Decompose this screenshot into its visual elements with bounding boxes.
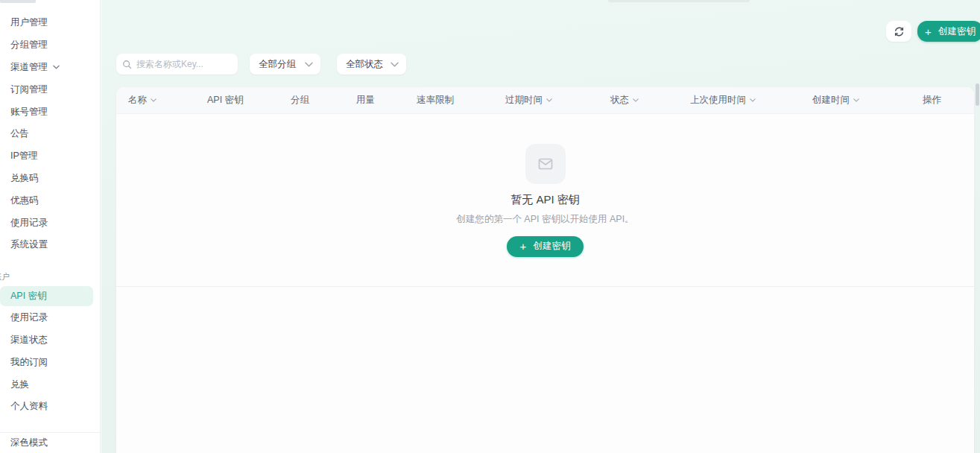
sidebar-item-label: 个人资料: [10, 400, 48, 413]
sort-chevron-icon: [853, 98, 859, 102]
search-input[interactable]: [136, 59, 232, 69]
create-key-button-empty[interactable]: + 创建密钥: [507, 236, 584, 257]
sidebar-item-group-management[interactable]: 分组管理: [0, 34, 100, 57]
column-label: 过期时间: [505, 94, 543, 107]
sidebar-item-label: 渠道状态: [10, 334, 48, 346]
column-label: 创建时间: [812, 94, 850, 107]
sort-chevron-icon: [633, 98, 639, 102]
sidebar-item-api-keys[interactable]: API 密钥: [0, 286, 93, 306]
column-label: API 密钥: [207, 94, 244, 107]
sidebar-item-label: 订阅管理: [10, 83, 48, 96]
sidebar-item-label: 渠道管理: [10, 61, 48, 74]
column-label: 分组: [291, 94, 309, 107]
column-header-actions: 操作: [923, 94, 974, 107]
column-header-usage: 用量: [356, 94, 417, 107]
sort-chevron-icon: [151, 98, 157, 102]
column-label: 上次使用时间: [690, 94, 746, 107]
api-keys-table-card: 名称 API 密钥 分组 用量 速率限制 过期时间 状态: [116, 87, 974, 453]
empty-state-description: 创建您的第一个 API 密钥以开始使用 API。: [456, 213, 633, 226]
dark-mode-label: 深色模式: [10, 437, 48, 449]
sidebar-item-label: 公告: [10, 127, 29, 140]
toolbar: + 创建密钥: [886, 21, 980, 42]
sidebar-item-label: 优惠码: [10, 194, 39, 207]
column-header-expiry-time[interactable]: 过期时间: [505, 94, 610, 107]
sidebar-item-channel-management[interactable]: 渠道管理: [0, 57, 100, 79]
column-label: 用量: [356, 94, 375, 107]
sidebar-item-account-management[interactable]: 账号管理: [0, 101, 100, 123]
main-content: + 创建密钥 全部分组 全部状态 名称: [101, 0, 980, 453]
sidebar-item-system-settings[interactable]: 系统设置: [0, 234, 100, 256]
sidebar-item-label: 分组管理: [10, 39, 48, 51]
create-key-button-top[interactable]: + 创建密钥: [917, 21, 980, 42]
sort-chevron-icon: [546, 98, 552, 102]
sidebar-item-label: 系统设置: [10, 238, 48, 251]
envelope-icon: [537, 155, 554, 173]
sidebar-item-usage-records[interactable]: 使用记录: [0, 307, 100, 329]
group-filter-value: 全部分组: [259, 58, 296, 71]
sidebar-item-label: 账号管理: [10, 106, 48, 118]
column-header-status[interactable]: 状态: [610, 94, 690, 107]
sidebar-item-user-management[interactable]: 用户管理: [0, 12, 100, 34]
column-header-name[interactable]: 名称: [128, 94, 207, 107]
sidebar-item-announcement[interactable]: 公告: [0, 123, 100, 145]
empty-state: 暂无 API 密钥 创建您的第一个 API 密钥以开始使用 API。 + 创建密…: [116, 114, 974, 287]
sidebar-item-redemption-code[interactable]: 兑换码: [0, 168, 100, 190]
search-box: [116, 54, 238, 75]
column-label: 操作: [923, 94, 941, 107]
empty-state-title: 暂无 API 密钥: [510, 193, 580, 207]
sidebar-item-usage-records-admin[interactable]: 使用记录: [0, 212, 100, 234]
plus-icon: +: [925, 26, 932, 37]
chevron-down-icon: [391, 62, 399, 67]
sort-chevron-icon: [750, 98, 756, 102]
vertical-scrollbar-thumb[interactable]: [976, 83, 979, 106]
column-header-api-key: API 密钥: [207, 94, 291, 107]
column-label: 状态: [610, 94, 629, 107]
sidebar-item-subscription-management[interactable]: 订阅管理: [0, 78, 100, 101]
sidebar: 用户管理 分组管理 渠道管理 订阅管理 账号管理 公告 IP管理 兑换码 优惠码…: [0, 0, 101, 453]
refresh-button[interactable]: [886, 21, 911, 42]
refresh-icon: [894, 26, 905, 37]
status-filter-value: 全部状态: [346, 58, 383, 71]
sidebar-item-label: 用户管理: [10, 16, 48, 29]
column-header-group: 分组: [291, 94, 356, 107]
chevron-down-icon: [305, 62, 313, 67]
sidebar-item-redeem[interactable]: 兑换: [0, 373, 100, 396]
sidebar-item-coupon-code[interactable]: 优惠码: [0, 189, 100, 212]
filter-bar: 全部分组 全部状态: [116, 54, 406, 75]
column-label: 名称: [128, 94, 147, 107]
clipped-top-item: [0, 0, 36, 3]
top-edge-decoration: [608, 0, 750, 2]
sidebar-item-ip-management[interactable]: IP管理: [0, 145, 100, 168]
group-filter-select[interactable]: 全部分组: [250, 54, 320, 75]
plus-icon: +: [520, 241, 527, 252]
empty-state-icon-box: [525, 144, 566, 184]
sidebar-item-label: API 密钥: [10, 290, 47, 302]
column-header-rate-limit: 速率限制: [417, 94, 505, 107]
sidebar-item-label: IP管理: [10, 150, 38, 162]
dark-mode-toggle[interactable]: 深色模式: [0, 432, 100, 453]
sidebar-item-label: 我的订阅: [10, 356, 48, 369]
column-header-last-used-time[interactable]: 上次使用时间: [690, 94, 812, 107]
search-icon: [122, 60, 132, 69]
column-header-created-time[interactable]: 创建时间: [812, 94, 923, 107]
sidebar-item-label: 使用记录: [10, 311, 48, 324]
sidebar-item-profile[interactable]: 个人资料: [0, 396, 100, 418]
sidebar-item-label: 兑换码: [10, 172, 39, 185]
create-key-label: 创建密钥: [533, 240, 570, 253]
sidebar-section-account: 账户: [0, 270, 100, 285]
table-header-row: 名称 API 密钥 分组 用量 速率限制 过期时间 状态: [116, 87, 974, 114]
column-label: 速率限制: [417, 94, 454, 107]
create-key-label: 创建密钥: [938, 25, 976, 38]
status-filter-select[interactable]: 全部状态: [337, 54, 406, 75]
sidebar-item-my-subscription[interactable]: 我的订阅: [0, 351, 100, 373]
chevron-down-icon: [53, 65, 60, 69]
sidebar-item-label: 使用记录: [10, 217, 48, 229]
sidebar-item-channel-status[interactable]: 渠道状态: [0, 329, 100, 352]
sidebar-item-label: 兑换: [10, 378, 29, 391]
